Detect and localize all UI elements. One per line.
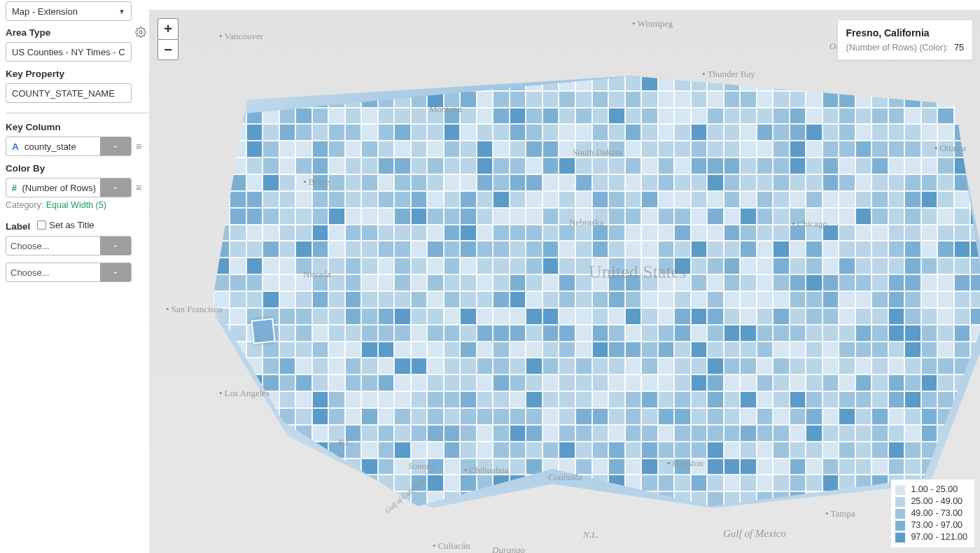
- category-line: Category: Equal Width (5): [6, 200, 146, 210]
- hover-tooltip: Fresno, California (Number of Rows) (Col…: [837, 20, 973, 60]
- set-as-title-checkbox[interactable]: Set as Title: [37, 220, 94, 230]
- choose-text: Choose...: [10, 267, 50, 278]
- label-choose-1[interactable]: Choose... -: [6, 236, 132, 255]
- category-value[interactable]: Equal Width (5): [46, 200, 106, 210]
- divider: [6, 113, 148, 113]
- tooltip-title: Fresno, California: [846, 27, 964, 38]
- legend-row: 1.00 - 25.00: [895, 484, 967, 496]
- key-property-label: Key Property: [6, 69, 146, 79]
- legend-swatch-icon: [895, 497, 905, 507]
- drag-handle-icon[interactable]: ≡: [136, 141, 141, 152]
- zoom-out-button[interactable]: −: [158, 39, 178, 60]
- number-type-icon: #: [10, 183, 18, 193]
- color-by-pill[interactable]: # (Number of Rows) -: [6, 178, 132, 197]
- label-label: Label: [6, 221, 30, 232]
- tooltip-metric-label: (Number of Rows) (Color):: [846, 43, 949, 52]
- gear-icon[interactable]: [135, 27, 146, 38]
- label-choose-2[interactable]: Choose... -: [6, 262, 132, 282]
- pill-remove-button[interactable]: -: [100, 237, 131, 255]
- key-property-value: COUNTY_STATE_NAME: [12, 88, 115, 99]
- choose-text: Choose...: [10, 241, 50, 251]
- legend-row: 49.00 - 73.00: [895, 507, 967, 519]
- svg-point-0: [139, 31, 142, 34]
- zoom-in-button[interactable]: +: [158, 18, 178, 39]
- pill-remove-button[interactable]: -: [100, 263, 131, 281]
- pill-remove-button[interactable]: -: [100, 137, 131, 155]
- legend-swatch-icon: [895, 509, 905, 519]
- key-property-select[interactable]: COUNTY_STATE_NAME: [6, 83, 132, 103]
- area-type-label: Area Type: [6, 27, 50, 38]
- key-column-pill[interactable]: A county_state -: [6, 136, 132, 156]
- pill-remove-button[interactable]: -: [100, 178, 131, 197]
- legend-row: 25.00 - 49.00: [895, 496, 967, 507]
- zoom-controls: + −: [158, 18, 178, 60]
- checkbox-icon: [37, 220, 46, 230]
- color-legend: 1.00 - 25.00 25.00 - 49.00 49.00 - 73.00…: [891, 479, 974, 547]
- legend-row: 73.00 - 97.00: [895, 519, 967, 531]
- area-type-value: US Counties - NY Times - COVI: [12, 47, 125, 57]
- legend-swatch-icon: [895, 533, 905, 542]
- chart-type-select[interactable]: Map - Extension ▼: [6, 1, 132, 21]
- area-type-select[interactable]: US Counties - NY Times - COVI: [6, 42, 132, 62]
- config-sidebar: Map - Extension ▼ Area Type US Counties …: [0, 0, 149, 553]
- legend-swatch-icon: [895, 485, 905, 495]
- key-column-label: Key Column: [6, 122, 146, 132]
- caret-down-icon: ▼: [118, 8, 125, 15]
- selected-county-outline[interactable]: [251, 318, 275, 344]
- color-by-label: Color By: [6, 163, 146, 174]
- tooltip-metric-value: 75: [954, 43, 964, 52]
- chart-type-value: Map - Extension: [12, 6, 78, 17]
- legend-row: 97.00 - 121.00: [895, 531, 967, 543]
- color-by-value: (Number of Rows): [22, 183, 96, 193]
- key-column-value: county_state: [24, 141, 76, 152]
- drag-handle-icon[interactable]: ≡: [136, 182, 141, 193]
- legend-swatch-icon: [895, 521, 905, 531]
- map-canvas[interactable]: Vancouver Winnipeg Ontario Thunder Bay O…: [149, 10, 980, 553]
- set-as-title-text: Set as Title: [49, 220, 94, 230]
- text-type-icon: A: [10, 141, 20, 152]
